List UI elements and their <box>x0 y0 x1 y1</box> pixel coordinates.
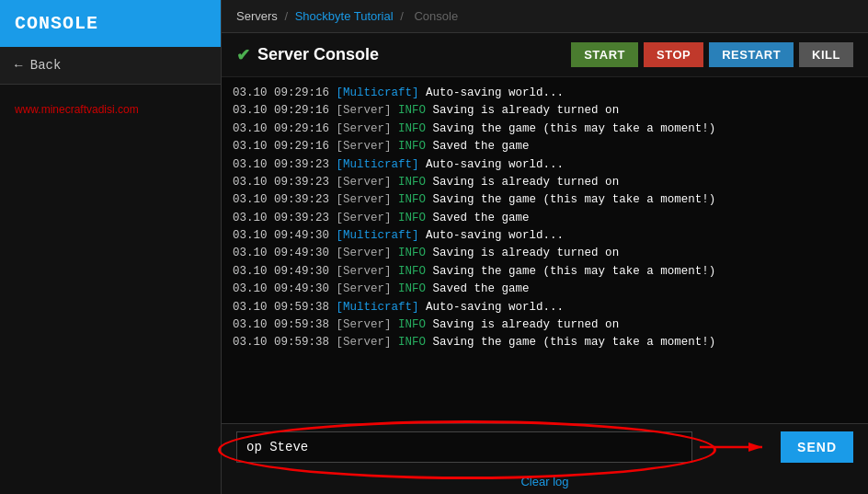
arrow-icon <box>700 437 773 457</box>
log-line: 03.10 09:39:23 [Server] INFO Saving the … <box>233 191 857 209</box>
console-input-row: SEND <box>222 423 868 470</box>
log-line: 03.10 09:59:38 [Multicraft] Auto-saving … <box>233 299 857 316</box>
breadcrumb-current: Console <box>414 9 458 23</box>
breadcrumb: Servers / Shockbyte Tutorial / Console <box>222 0 868 33</box>
console-log: 03.10 09:29:16 [Multicraft] Auto-saving … <box>222 77 868 423</box>
breadcrumb-tutorial[interactable]: Shockbyte Tutorial <box>295 9 394 23</box>
watermark-text: www.minecraftvadisi.com <box>15 103 139 116</box>
clear-log-link[interactable]: Clear log <box>520 475 568 488</box>
breadcrumb-servers[interactable]: Servers <box>236 9 278 23</box>
kill-button[interactable]: KILL <box>799 42 853 67</box>
command-input[interactable] <box>236 431 692 463</box>
restart-button[interactable]: RESTART <box>709 42 794 67</box>
console-buttons: START STOP RESTART KILL <box>571 42 853 67</box>
sidebar: CONSOLE ← Back www.minecraftvadisi.com <box>0 0 221 494</box>
console-title-text: Server Console <box>257 45 379 64</box>
log-line: 03.10 09:29:16 [Multicraft] Auto-saving … <box>233 85 857 102</box>
watermark: www.minecraftvadisi.com <box>0 85 221 134</box>
send-button[interactable]: SEND <box>781 431 853 463</box>
input-annotation <box>236 431 692 463</box>
log-line: 03.10 09:59:38 [Server] INFO Saving is a… <box>233 316 857 334</box>
stop-button[interactable]: STOP <box>644 42 703 67</box>
status-icon: ✔ <box>236 45 250 65</box>
log-line: 03.10 09:39:23 [Multicraft] Auto-saving … <box>233 156 857 174</box>
log-line: 03.10 09:49:30 [Server] INFO Saved the g… <box>233 281 857 298</box>
log-line: 03.10 09:49:30 [Server] INFO Saving is a… <box>233 245 857 262</box>
sidebar-title: CONSOLE <box>0 0 221 47</box>
log-line: 03.10 09:29:16 [Server] INFO Saved the g… <box>233 138 857 155</box>
back-button[interactable]: ← Back <box>0 47 221 85</box>
log-line: 03.10 09:29:16 [Server] INFO Saving is a… <box>233 102 857 120</box>
log-line: 03.10 09:49:30 [Server] INFO Saving the … <box>233 263 857 281</box>
log-line: 03.10 09:29:16 [Server] INFO Saving the … <box>233 121 857 138</box>
log-line: 03.10 09:59:38 [Server] INFO Saving the … <box>233 334 857 351</box>
console-header: ✔ Server Console START STOP RESTART KILL <box>222 33 868 77</box>
clear-log-section: Clear log <box>222 470 868 494</box>
console-title: ✔ Server Console <box>236 45 379 65</box>
start-button[interactable]: START <box>571 42 638 67</box>
main-content: Servers / Shockbyte Tutorial / Console ✔… <box>221 0 868 494</box>
sidebar-title-text: CONSOLE <box>15 13 98 34</box>
log-line: 03.10 09:39:23 [Server] INFO Saved the g… <box>233 210 857 227</box>
log-line: 03.10 09:39:23 [Server] INFO Saving is a… <box>233 174 857 191</box>
back-label: ← Back <box>15 58 61 73</box>
log-line: 03.10 09:49:30 [Multicraft] Auto-saving … <box>233 227 857 245</box>
